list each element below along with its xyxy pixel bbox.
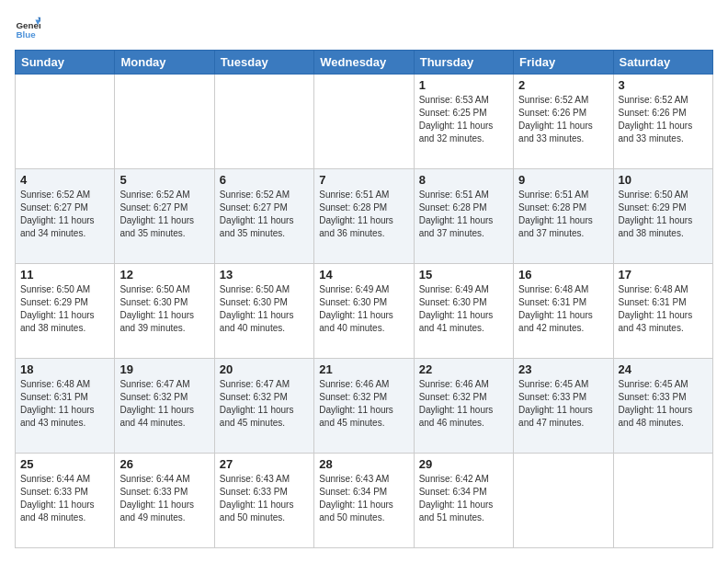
day-number: 25 bbox=[20, 457, 109, 471]
day-number: 2 bbox=[518, 78, 608, 92]
day-number: 6 bbox=[220, 173, 309, 187]
day-number: 19 bbox=[119, 362, 209, 376]
day-info: Sunrise: 6:46 AM Sunset: 6:32 PM Dayligh… bbox=[319, 378, 408, 430]
day-info: Sunrise: 6:50 AM Sunset: 6:29 PM Dayligh… bbox=[20, 283, 109, 335]
day-info: Sunrise: 6:48 AM Sunset: 6:31 PM Dayligh… bbox=[619, 283, 708, 335]
day-number: 23 bbox=[518, 362, 608, 376]
day-header-sunday: Sunday bbox=[16, 51, 115, 75]
calendar-cell: 16Sunrise: 6:48 AM Sunset: 6:31 PM Dayli… bbox=[514, 264, 613, 359]
day-info: Sunrise: 6:50 AM Sunset: 6:30 PM Dayligh… bbox=[220, 283, 309, 335]
calendar-cell: 26Sunrise: 6:44 AM Sunset: 6:33 PM Dayli… bbox=[115, 454, 214, 548]
calendar-cell: 24Sunrise: 6:45 AM Sunset: 6:33 PM Dayli… bbox=[613, 359, 712, 454]
calendar-cell: 7Sunrise: 6:51 AM Sunset: 6:28 PM Daylig… bbox=[314, 169, 414, 264]
day-number: 1 bbox=[419, 78, 508, 92]
day-info: Sunrise: 6:48 AM Sunset: 6:31 PM Dayligh… bbox=[518, 283, 608, 335]
calendar-cell: 18Sunrise: 6:48 AM Sunset: 6:31 PM Dayli… bbox=[16, 359, 115, 454]
day-info: Sunrise: 6:48 AM Sunset: 6:31 PM Dayligh… bbox=[20, 378, 109, 430]
calendar-cell bbox=[16, 75, 115, 169]
calendar-cell: 27Sunrise: 6:43 AM Sunset: 6:33 PM Dayli… bbox=[214, 454, 313, 548]
day-number: 26 bbox=[119, 457, 209, 471]
calendar-cell: 3Sunrise: 6:52 AM Sunset: 6:26 PM Daylig… bbox=[613, 75, 712, 169]
day-info: Sunrise: 6:42 AM Sunset: 6:34 PM Dayligh… bbox=[419, 473, 508, 524]
day-info: Sunrise: 6:50 AM Sunset: 6:29 PM Dayligh… bbox=[619, 189, 708, 240]
calendar-cell: 28Sunrise: 6:43 AM Sunset: 6:34 PM Dayli… bbox=[314, 454, 414, 548]
day-number: 22 bbox=[419, 362, 508, 376]
day-info: Sunrise: 6:47 AM Sunset: 6:32 PM Dayligh… bbox=[119, 378, 209, 430]
day-number: 15 bbox=[419, 268, 508, 282]
day-info: Sunrise: 6:52 AM Sunset: 6:26 PM Dayligh… bbox=[518, 94, 608, 145]
day-info: Sunrise: 6:44 AM Sunset: 6:33 PM Dayligh… bbox=[119, 473, 209, 524]
calendar-cell: 17Sunrise: 6:48 AM Sunset: 6:31 PM Dayli… bbox=[613, 264, 712, 359]
day-header-tuesday: Tuesday bbox=[214, 51, 313, 75]
day-info: Sunrise: 6:45 AM Sunset: 6:33 PM Dayligh… bbox=[619, 378, 708, 430]
day-info: Sunrise: 6:49 AM Sunset: 6:30 PM Dayligh… bbox=[419, 283, 508, 335]
logo-icon: General Blue bbox=[15, 15, 40, 40]
day-number: 13 bbox=[220, 268, 309, 282]
header: General Blue bbox=[15, 15, 713, 40]
day-info: Sunrise: 6:53 AM Sunset: 6:25 PM Dayligh… bbox=[419, 94, 508, 145]
calendar-cell: 29Sunrise: 6:42 AM Sunset: 6:34 PM Dayli… bbox=[414, 454, 513, 548]
calendar-cell: 19Sunrise: 6:47 AM Sunset: 6:32 PM Dayli… bbox=[115, 359, 214, 454]
calendar-cell bbox=[214, 75, 313, 169]
calendar-cell: 13Sunrise: 6:50 AM Sunset: 6:30 PM Dayli… bbox=[214, 264, 313, 359]
day-number: 12 bbox=[119, 268, 209, 282]
logo: General Blue bbox=[15, 15, 40, 40]
day-number: 20 bbox=[220, 362, 309, 376]
calendar-cell: 12Sunrise: 6:50 AM Sunset: 6:30 PM Dayli… bbox=[115, 264, 214, 359]
day-info: Sunrise: 6:52 AM Sunset: 6:27 PM Dayligh… bbox=[20, 189, 109, 240]
day-header-friday: Friday bbox=[514, 51, 613, 75]
day-header-saturday: Saturday bbox=[613, 51, 712, 75]
day-number: 29 bbox=[419, 457, 508, 471]
calendar-cell: 14Sunrise: 6:49 AM Sunset: 6:30 PM Dayli… bbox=[314, 264, 414, 359]
calendar-cell: 4Sunrise: 6:52 AM Sunset: 6:27 PM Daylig… bbox=[16, 169, 115, 264]
day-info: Sunrise: 6:51 AM Sunset: 6:28 PM Dayligh… bbox=[419, 189, 508, 240]
calendar-cell bbox=[314, 75, 414, 169]
day-number: 28 bbox=[319, 457, 408, 471]
day-number: 18 bbox=[20, 362, 109, 376]
day-number: 24 bbox=[619, 362, 708, 376]
day-info: Sunrise: 6:43 AM Sunset: 6:34 PM Dayligh… bbox=[319, 473, 408, 524]
day-header-thursday: Thursday bbox=[414, 51, 513, 75]
day-number: 9 bbox=[518, 173, 608, 187]
day-info: Sunrise: 6:43 AM Sunset: 6:33 PM Dayligh… bbox=[220, 473, 309, 524]
day-number: 8 bbox=[419, 173, 508, 187]
calendar-cell: 5Sunrise: 6:52 AM Sunset: 6:27 PM Daylig… bbox=[115, 169, 214, 264]
day-number: 11 bbox=[20, 268, 109, 282]
page: General Blue SundayMondayTuesdayWednesda… bbox=[0, 0, 728, 563]
calendar-cell: 1Sunrise: 6:53 AM Sunset: 6:25 PM Daylig… bbox=[414, 75, 513, 169]
calendar-cell: 15Sunrise: 6:49 AM Sunset: 6:30 PM Dayli… bbox=[414, 264, 513, 359]
calendar-cell: 11Sunrise: 6:50 AM Sunset: 6:29 PM Dayli… bbox=[16, 264, 115, 359]
day-header-monday: Monday bbox=[115, 51, 214, 75]
calendar-cell bbox=[613, 454, 712, 548]
day-number: 7 bbox=[319, 173, 408, 187]
calendar-cell: 23Sunrise: 6:45 AM Sunset: 6:33 PM Dayli… bbox=[514, 359, 613, 454]
day-number: 27 bbox=[220, 457, 309, 471]
day-number: 21 bbox=[319, 362, 408, 376]
day-number: 16 bbox=[518, 268, 608, 282]
calendar-table: SundayMondayTuesdayWednesdayThursdayFrid… bbox=[15, 50, 713, 548]
day-info: Sunrise: 6:52 AM Sunset: 6:27 PM Dayligh… bbox=[220, 189, 309, 240]
calendar-cell: 8Sunrise: 6:51 AM Sunset: 6:28 PM Daylig… bbox=[414, 169, 513, 264]
calendar-cell: 6Sunrise: 6:52 AM Sunset: 6:27 PM Daylig… bbox=[214, 169, 313, 264]
day-info: Sunrise: 6:46 AM Sunset: 6:32 PM Dayligh… bbox=[419, 378, 508, 430]
calendar-cell bbox=[115, 75, 214, 169]
day-number: 10 bbox=[619, 173, 708, 187]
day-info: Sunrise: 6:45 AM Sunset: 6:33 PM Dayligh… bbox=[518, 378, 608, 430]
day-number: 14 bbox=[319, 268, 408, 282]
day-number: 5 bbox=[119, 173, 209, 187]
calendar-cell: 10Sunrise: 6:50 AM Sunset: 6:29 PM Dayli… bbox=[613, 169, 712, 264]
day-info: Sunrise: 6:47 AM Sunset: 6:32 PM Dayligh… bbox=[220, 378, 309, 430]
day-info: Sunrise: 6:49 AM Sunset: 6:30 PM Dayligh… bbox=[319, 283, 408, 335]
calendar-cell: 9Sunrise: 6:51 AM Sunset: 6:28 PM Daylig… bbox=[514, 169, 613, 264]
calendar-cell: 20Sunrise: 6:47 AM Sunset: 6:32 PM Dayli… bbox=[214, 359, 313, 454]
day-header-wednesday: Wednesday bbox=[314, 51, 414, 75]
svg-text:Blue: Blue bbox=[16, 29, 36, 40]
calendar-cell: 25Sunrise: 6:44 AM Sunset: 6:33 PM Dayli… bbox=[16, 454, 115, 548]
day-info: Sunrise: 6:51 AM Sunset: 6:28 PM Dayligh… bbox=[518, 189, 608, 240]
calendar-cell: 21Sunrise: 6:46 AM Sunset: 6:32 PM Dayli… bbox=[314, 359, 414, 454]
calendar-cell: 2Sunrise: 6:52 AM Sunset: 6:26 PM Daylig… bbox=[514, 75, 613, 169]
day-info: Sunrise: 6:52 AM Sunset: 6:26 PM Dayligh… bbox=[619, 94, 708, 145]
day-info: Sunrise: 6:51 AM Sunset: 6:28 PM Dayligh… bbox=[319, 189, 408, 240]
calendar-cell: 22Sunrise: 6:46 AM Sunset: 6:32 PM Dayli… bbox=[414, 359, 513, 454]
day-number: 17 bbox=[619, 268, 708, 282]
